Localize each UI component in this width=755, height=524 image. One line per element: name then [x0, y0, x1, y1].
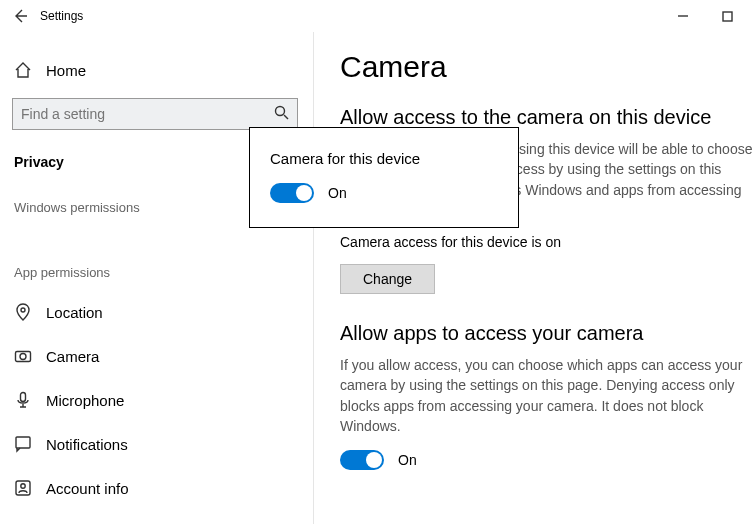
camera-device-toggle[interactable]	[270, 183, 314, 203]
back-button[interactable]	[6, 2, 34, 30]
group-app-permissions: App permissions	[0, 225, 313, 290]
minimize-icon	[677, 10, 689, 22]
camera-access-status: Camera access for this device is on	[340, 234, 755, 250]
nav-item-label: Camera	[46, 348, 99, 365]
nav-item-label: Microphone	[46, 392, 124, 409]
nav-microphone[interactable]: Microphone	[0, 378, 313, 422]
svg-point-4	[20, 354, 26, 360]
nav-location[interactable]: Location	[0, 290, 313, 334]
content-pane: Camera Allow access to the camera on thi…	[314, 32, 755, 524]
camera-device-popup: Camera for this device On	[249, 127, 519, 228]
title-bar: Settings	[0, 0, 755, 32]
nav-item-label: Notifications	[46, 436, 128, 453]
search-icon	[274, 105, 289, 124]
maximize-icon	[722, 11, 733, 22]
nav-notifications[interactable]: Notifications	[0, 422, 313, 466]
svg-point-2	[21, 308, 25, 312]
popup-title: Camera for this device	[270, 150, 498, 167]
toggle-label: On	[398, 452, 417, 468]
window-title: Settings	[40, 9, 83, 23]
section-heading: Allow access to the camera on this devic…	[340, 106, 755, 129]
location-icon	[14, 303, 32, 321]
window-controls	[661, 2, 749, 30]
page-title: Camera	[340, 50, 755, 84]
nav-item-label: Location	[46, 304, 103, 321]
maximize-button[interactable]	[705, 2, 749, 30]
search-box[interactable]	[12, 98, 298, 130]
account-icon	[14, 479, 32, 497]
notifications-icon	[14, 435, 32, 453]
svg-rect-5	[21, 393, 26, 402]
home-icon	[14, 61, 32, 79]
apps-camera-toggle[interactable]	[340, 450, 384, 470]
search-input[interactable]	[21, 106, 274, 122]
sidebar: Home Privacy Windows permissions App per…	[0, 32, 314, 524]
nav-camera[interactable]: Camera	[0, 334, 313, 378]
section-description: If you allow access, you can choose whic…	[340, 355, 755, 436]
svg-rect-0	[723, 12, 732, 21]
nav-account-info[interactable]: Account info	[0, 466, 313, 510]
arrow-left-icon	[12, 8, 28, 24]
section-heading: Allow apps to access your camera	[340, 322, 755, 345]
microphone-icon	[14, 391, 32, 409]
change-button[interactable]: Change	[340, 264, 435, 294]
svg-point-8	[21, 484, 25, 488]
nav-item-label: Account info	[46, 480, 129, 497]
svg-rect-6	[16, 437, 30, 448]
svg-point-1	[276, 106, 285, 115]
nav-home[interactable]: Home	[0, 50, 313, 90]
nav-home-label: Home	[46, 62, 86, 79]
minimize-button[interactable]	[661, 2, 705, 30]
camera-icon	[14, 347, 32, 365]
toggle-label: On	[328, 185, 347, 201]
